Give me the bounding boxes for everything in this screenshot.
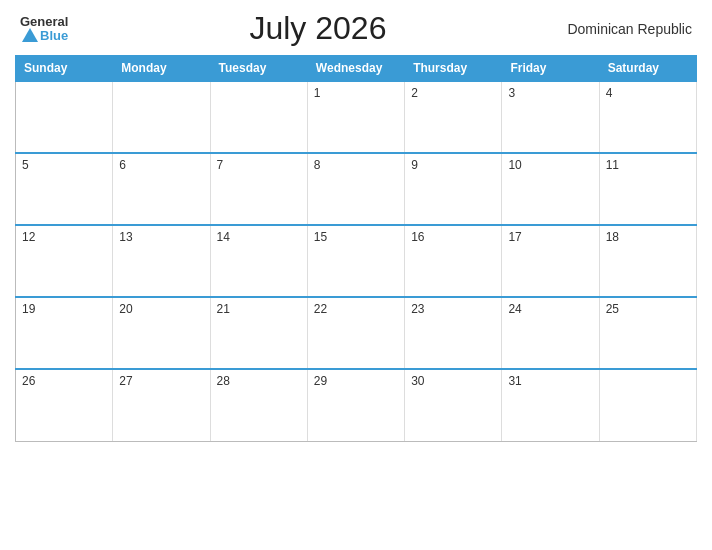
weekday-tuesday: Tuesday: [210, 56, 307, 82]
day-number: 30: [411, 374, 424, 388]
day-cell: 25: [599, 297, 696, 369]
day-cell: 16: [405, 225, 502, 297]
day-number: 31: [508, 374, 521, 388]
calendar-title: July 2026: [249, 10, 386, 47]
day-cell: 6: [113, 153, 210, 225]
day-number: 22: [314, 302, 327, 316]
day-number: 15: [314, 230, 327, 244]
day-number: 21: [217, 302, 230, 316]
day-cell: [113, 81, 210, 153]
day-number: 13: [119, 230, 132, 244]
day-number: 9: [411, 158, 418, 172]
day-cell: 24: [502, 297, 599, 369]
day-number: 28: [217, 374, 230, 388]
weekday-saturday: Saturday: [599, 56, 696, 82]
day-cell: 22: [307, 297, 404, 369]
day-number: 7: [217, 158, 224, 172]
day-number: 11: [606, 158, 619, 172]
day-cell: 23: [405, 297, 502, 369]
day-number: 24: [508, 302, 521, 316]
day-cell: 14: [210, 225, 307, 297]
day-cell: 9: [405, 153, 502, 225]
day-number: 5: [22, 158, 29, 172]
day-number: 27: [119, 374, 132, 388]
day-number: 2: [411, 86, 418, 100]
day-cell: 10: [502, 153, 599, 225]
logo-general-text: General: [20, 15, 68, 28]
day-cell: 17: [502, 225, 599, 297]
day-number: 18: [606, 230, 619, 244]
day-number: 17: [508, 230, 521, 244]
day-number: 6: [119, 158, 126, 172]
day-cell: 19: [16, 297, 113, 369]
day-cell: [16, 81, 113, 153]
day-number: 1: [314, 86, 321, 100]
logo-blue-text: Blue: [40, 29, 68, 42]
day-cell: 11: [599, 153, 696, 225]
day-cell: 27: [113, 369, 210, 441]
day-number: 10: [508, 158, 521, 172]
week-row-0: 1234: [16, 81, 697, 153]
day-number: 14: [217, 230, 230, 244]
logo: General Blue: [20, 15, 68, 42]
day-number: 25: [606, 302, 619, 316]
day-cell: 26: [16, 369, 113, 441]
day-number: 8: [314, 158, 321, 172]
day-cell: 1: [307, 81, 404, 153]
day-cell: 12: [16, 225, 113, 297]
day-cell: 30: [405, 369, 502, 441]
week-row-1: 567891011: [16, 153, 697, 225]
day-number: 4: [606, 86, 613, 100]
weekday-sunday: Sunday: [16, 56, 113, 82]
day-cell: 21: [210, 297, 307, 369]
day-cell: 2: [405, 81, 502, 153]
weekday-friday: Friday: [502, 56, 599, 82]
day-number: 3: [508, 86, 515, 100]
week-row-3: 19202122232425: [16, 297, 697, 369]
day-number: 19: [22, 302, 35, 316]
country-label: Dominican Republic: [567, 21, 692, 37]
week-row-2: 12131415161718: [16, 225, 697, 297]
day-number: 20: [119, 302, 132, 316]
day-cell: 7: [210, 153, 307, 225]
weekday-header-row: SundayMondayTuesdayWednesdayThursdayFrid…: [16, 56, 697, 82]
calendar-header: General Blue July 2026 Dominican Republi…: [15, 10, 697, 47]
day-cell: 5: [16, 153, 113, 225]
day-cell: 29: [307, 369, 404, 441]
day-cell: 20: [113, 297, 210, 369]
weekday-thursday: Thursday: [405, 56, 502, 82]
day-number: 29: [314, 374, 327, 388]
weekday-monday: Monday: [113, 56, 210, 82]
day-cell: 8: [307, 153, 404, 225]
day-cell: 28: [210, 369, 307, 441]
day-number: 23: [411, 302, 424, 316]
day-cell: [210, 81, 307, 153]
day-cell: 31: [502, 369, 599, 441]
calendar-table: SundayMondayTuesdayWednesdayThursdayFrid…: [15, 55, 697, 442]
day-number: 12: [22, 230, 35, 244]
logo-triangle-icon: [22, 28, 38, 42]
day-cell: 18: [599, 225, 696, 297]
logo-blue-row: Blue: [20, 28, 68, 42]
day-number: 26: [22, 374, 35, 388]
day-cell: 13: [113, 225, 210, 297]
day-cell: 15: [307, 225, 404, 297]
week-row-4: 262728293031: [16, 369, 697, 441]
day-cell: 4: [599, 81, 696, 153]
day-number: 16: [411, 230, 424, 244]
weekday-wednesday: Wednesday: [307, 56, 404, 82]
day-cell: [599, 369, 696, 441]
day-cell: 3: [502, 81, 599, 153]
